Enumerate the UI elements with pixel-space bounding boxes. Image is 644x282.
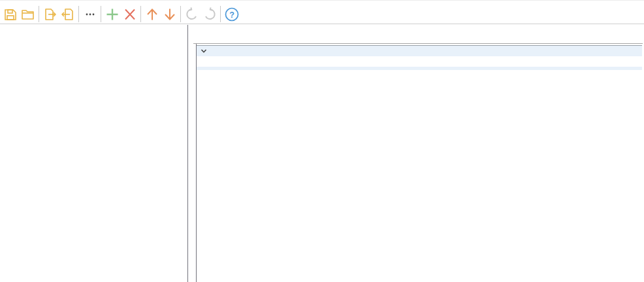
toolbar-separator <box>78 6 79 22</box>
redo-button[interactable] <box>201 5 218 23</box>
undo-icon <box>184 7 200 22</box>
delete-icon <box>122 7 138 22</box>
move-up-button[interactable] <box>143 5 161 23</box>
panel-splitter[interactable] <box>188 25 196 282</box>
move-down-button[interactable] <box>161 5 178 23</box>
import-button[interactable] <box>59 5 76 23</box>
move-down-icon <box>162 7 178 22</box>
property-category-row[interactable] <box>197 46 642 56</box>
toolbar-separator <box>101 6 101 22</box>
property-grid <box>197 45 642 70</box>
export-icon <box>42 7 58 22</box>
delete-button[interactable] <box>121 5 138 23</box>
toolbar-separator <box>180 6 181 22</box>
content-panel-border <box>196 43 197 282</box>
toolbar: ? <box>0 0 644 24</box>
redo-icon <box>202 7 217 22</box>
grid-separator <box>197 67 642 70</box>
more-button[interactable] <box>81 5 99 23</box>
help-button[interactable]: ? <box>223 5 240 23</box>
chevron-down-icon[interactable] <box>201 48 207 54</box>
open-folder-icon <box>20 7 36 22</box>
toolbar-separator <box>39 6 39 22</box>
property-row-reference[interactable] <box>197 56 642 67</box>
app-window: ? <box>0 0 644 282</box>
svg-text:?: ? <box>229 10 234 19</box>
move-up-icon <box>144 7 160 22</box>
open-folder-button[interactable] <box>19 5 37 23</box>
add-icon <box>105 7 120 22</box>
more-icon <box>82 7 98 22</box>
export-button[interactable] <box>41 5 59 23</box>
add-button[interactable] <box>103 5 121 23</box>
undo-button[interactable] <box>183 5 201 23</box>
import-icon <box>60 7 76 22</box>
tree-panel <box>0 25 188 282</box>
tab-bar <box>193 26 643 44</box>
save-button[interactable] <box>1 5 19 23</box>
toolbar-separator <box>140 6 141 22</box>
save-icon <box>3 7 18 22</box>
help-icon: ? <box>224 7 240 22</box>
toolbar-separator <box>220 6 221 22</box>
